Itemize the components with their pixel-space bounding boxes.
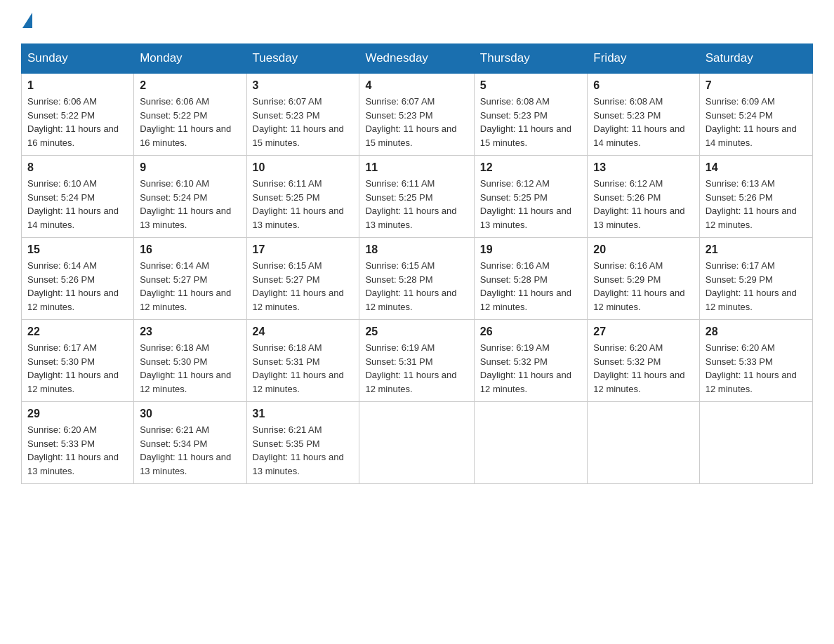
day-info: Sunrise: 6:08 AMSunset: 5:23 PMDaylight:… — [480, 96, 571, 148]
day-info: Sunrise: 6:15 AMSunset: 5:27 PMDaylight:… — [253, 260, 344, 312]
day-number: 2 — [140, 79, 240, 92]
day-info: Sunrise: 6:06 AMSunset: 5:22 PMDaylight:… — [27, 96, 119, 148]
day-number: 21 — [706, 243, 807, 256]
calendar-cell: 19 Sunrise: 6:16 AMSunset: 5:28 PMDaylig… — [474, 238, 588, 320]
calendar-cell: 16 Sunrise: 6:14 AMSunset: 5:27 PMDaylig… — [134, 238, 246, 320]
day-info: Sunrise: 6:17 AMSunset: 5:30 PMDaylight:… — [27, 342, 119, 394]
calendar-cell: 9 Sunrise: 6:10 AMSunset: 5:24 PMDayligh… — [134, 156, 246, 238]
calendar-cell: 4 Sunrise: 6:07 AMSunset: 5:23 PMDayligh… — [359, 73, 474, 156]
day-number: 10 — [253, 161, 354, 174]
day-number: 4 — [365, 79, 468, 92]
day-number: 11 — [365, 161, 468, 174]
day-number: 9 — [140, 161, 240, 174]
day-info: Sunrise: 6:18 AMSunset: 5:30 PMDaylight:… — [140, 342, 231, 394]
calendar-header-monday: Monday — [134, 44, 246, 74]
calendar-cell: 21 Sunrise: 6:17 AMSunset: 5:29 PMDaylig… — [699, 238, 812, 320]
calendar-cell — [474, 402, 588, 484]
day-info: Sunrise: 6:12 AMSunset: 5:25 PMDaylight:… — [480, 178, 571, 230]
day-number: 8 — [27, 161, 128, 174]
day-info: Sunrise: 6:16 AMSunset: 5:29 PMDaylight:… — [593, 260, 684, 312]
day-number: 3 — [253, 79, 354, 92]
day-info: Sunrise: 6:19 AMSunset: 5:31 PMDaylight:… — [365, 342, 456, 394]
page-header — [21, 14, 813, 29]
day-number: 13 — [593, 161, 693, 174]
day-info: Sunrise: 6:07 AMSunset: 5:23 PMDaylight:… — [253, 96, 344, 148]
calendar-header-thursday: Thursday — [474, 44, 588, 74]
calendar-week-row: 22 Sunrise: 6:17 AMSunset: 5:30 PMDaylig… — [22, 320, 813, 402]
day-number: 6 — [593, 79, 693, 92]
day-info: Sunrise: 6:20 AMSunset: 5:33 PMDaylight:… — [706, 342, 797, 394]
day-number: 30 — [140, 408, 240, 420]
calendar-week-row: 8 Sunrise: 6:10 AMSunset: 5:24 PMDayligh… — [22, 156, 813, 238]
day-info: Sunrise: 6:08 AMSunset: 5:23 PMDaylight:… — [593, 96, 684, 148]
calendar-cell: 11 Sunrise: 6:11 AMSunset: 5:25 PMDaylig… — [359, 156, 474, 238]
calendar-cell: 1 Sunrise: 6:06 AMSunset: 5:22 PMDayligh… — [22, 73, 134, 156]
day-number: 7 — [706, 79, 807, 92]
calendar-cell: 23 Sunrise: 6:18 AMSunset: 5:30 PMDaylig… — [134, 320, 246, 402]
day-info: Sunrise: 6:16 AMSunset: 5:28 PMDaylight:… — [480, 260, 571, 312]
calendar-cell — [588, 402, 699, 484]
day-number: 1 — [27, 79, 128, 92]
calendar-cell: 20 Sunrise: 6:16 AMSunset: 5:29 PMDaylig… — [588, 238, 699, 320]
calendar-cell: 18 Sunrise: 6:15 AMSunset: 5:28 PMDaylig… — [359, 238, 474, 320]
day-number: 31 — [253, 408, 354, 420]
calendar-cell: 27 Sunrise: 6:20 AMSunset: 5:32 PMDaylig… — [588, 320, 699, 402]
calendar-cell — [699, 402, 812, 484]
day-info: Sunrise: 6:21 AMSunset: 5:34 PMDaylight:… — [140, 424, 231, 476]
calendar-cell: 22 Sunrise: 6:17 AMSunset: 5:30 PMDaylig… — [22, 320, 134, 402]
calendar-header-sunday: Sunday — [22, 44, 134, 74]
day-info: Sunrise: 6:06 AMSunset: 5:22 PMDaylight:… — [140, 96, 231, 148]
day-number: 17 — [253, 243, 354, 256]
calendar-cell: 17 Sunrise: 6:15 AMSunset: 5:27 PMDaylig… — [246, 238, 359, 320]
calendar-header-saturday: Saturday — [699, 44, 812, 74]
calendar-cell: 6 Sunrise: 6:08 AMSunset: 5:23 PMDayligh… — [588, 73, 699, 156]
day-info: Sunrise: 6:14 AMSunset: 5:27 PMDaylight:… — [140, 260, 231, 312]
calendar-header-friday: Friday — [588, 44, 699, 74]
day-number: 19 — [480, 243, 582, 256]
day-number: 18 — [365, 243, 468, 256]
day-info: Sunrise: 6:12 AMSunset: 5:26 PMDaylight:… — [593, 178, 684, 230]
calendar-cell: 26 Sunrise: 6:19 AMSunset: 5:32 PMDaylig… — [474, 320, 588, 402]
calendar-cell: 14 Sunrise: 6:13 AMSunset: 5:26 PMDaylig… — [699, 156, 812, 238]
day-number: 16 — [140, 243, 240, 256]
day-info: Sunrise: 6:14 AMSunset: 5:26 PMDaylight:… — [27, 260, 119, 312]
calendar-cell: 28 Sunrise: 6:20 AMSunset: 5:33 PMDaylig… — [699, 320, 812, 402]
calendar-header-tuesday: Tuesday — [246, 44, 359, 74]
day-number: 29 — [27, 408, 128, 420]
day-number: 26 — [480, 326, 582, 338]
calendar-cell: 30 Sunrise: 6:21 AMSunset: 5:34 PMDaylig… — [134, 402, 246, 484]
logo — [21, 14, 32, 29]
day-info: Sunrise: 6:17 AMSunset: 5:29 PMDaylight:… — [706, 260, 797, 312]
calendar-cell: 25 Sunrise: 6:19 AMSunset: 5:31 PMDaylig… — [359, 320, 474, 402]
day-number: 27 — [593, 326, 693, 338]
day-number: 5 — [480, 79, 582, 92]
day-info: Sunrise: 6:10 AMSunset: 5:24 PMDaylight:… — [27, 178, 119, 230]
day-info: Sunrise: 6:21 AMSunset: 5:35 PMDaylight:… — [253, 424, 344, 476]
calendar-week-row: 1 Sunrise: 6:06 AMSunset: 5:22 PMDayligh… — [22, 73, 813, 156]
calendar-cell: 31 Sunrise: 6:21 AMSunset: 5:35 PMDaylig… — [246, 402, 359, 484]
day-number: 22 — [27, 326, 128, 338]
day-info: Sunrise: 6:20 AMSunset: 5:32 PMDaylight:… — [593, 342, 684, 394]
day-number: 28 — [706, 326, 807, 338]
calendar-header-wednesday: Wednesday — [359, 44, 474, 74]
calendar-cell — [359, 402, 474, 484]
day-info: Sunrise: 6:09 AMSunset: 5:24 PMDaylight:… — [706, 96, 797, 148]
day-number: 20 — [593, 243, 693, 256]
calendar-cell: 5 Sunrise: 6:08 AMSunset: 5:23 PMDayligh… — [474, 73, 588, 156]
calendar-header-row: SundayMondayTuesdayWednesdayThursdayFrid… — [22, 44, 813, 74]
day-info: Sunrise: 6:10 AMSunset: 5:24 PMDaylight:… — [140, 178, 231, 230]
day-info: Sunrise: 6:13 AMSunset: 5:26 PMDaylight:… — [706, 178, 797, 230]
calendar-cell: 8 Sunrise: 6:10 AMSunset: 5:24 PMDayligh… — [22, 156, 134, 238]
calendar-cell: 12 Sunrise: 6:12 AMSunset: 5:25 PMDaylig… — [474, 156, 588, 238]
day-number: 25 — [365, 326, 468, 338]
calendar-cell: 7 Sunrise: 6:09 AMSunset: 5:24 PMDayligh… — [699, 73, 812, 156]
day-number: 23 — [140, 326, 240, 338]
logo-triangle-icon — [22, 13, 32, 28]
calendar-cell: 15 Sunrise: 6:14 AMSunset: 5:26 PMDaylig… — [22, 238, 134, 320]
calendar-cell: 29 Sunrise: 6:20 AMSunset: 5:33 PMDaylig… — [22, 402, 134, 484]
day-number: 12 — [480, 161, 582, 174]
calendar-table: SundayMondayTuesdayWednesdayThursdayFrid… — [21, 43, 813, 484]
calendar-cell: 24 Sunrise: 6:18 AMSunset: 5:31 PMDaylig… — [246, 320, 359, 402]
day-info: Sunrise: 6:11 AMSunset: 5:25 PMDaylight:… — [253, 178, 344, 230]
day-info: Sunrise: 6:18 AMSunset: 5:31 PMDaylight:… — [253, 342, 344, 394]
